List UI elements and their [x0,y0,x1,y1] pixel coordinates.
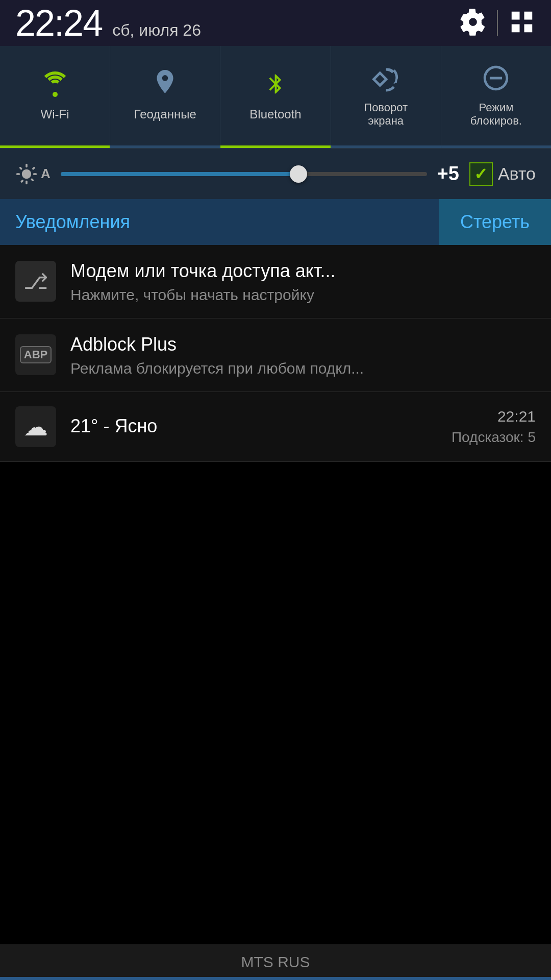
bottom-bar: MTS RUS [0,944,551,980]
wifi-bar [0,145,110,148]
notif-title-weather: 21° - Ясно [70,414,452,438]
bluetooth-icon [258,66,293,102]
notifications-title-area: Уведомления [0,199,439,245]
brightness-row: A +5 ✓ Авто [0,148,551,199]
wifi-icon [37,66,73,102]
brightness-track [61,172,427,176]
notifications-title: Уведомления [15,211,130,233]
notif-content-usb: Модем или точка доступа акт... Нажмите, … [70,259,536,304]
bluetooth-label: Bluetooth [249,107,301,122]
bottom-indicator [0,977,551,980]
notif-count-weather: Подсказок: 5 [452,429,536,446]
notif-content-adblock: Adblock Plus Реклама блокируется при люб… [70,333,536,377]
auto-brightness-toggle[interactable]: ✓ Авто [469,162,536,186]
grid-icon[interactable] [508,8,536,38]
notification-adblock[interactable]: ABP Adblock Plus Реклама блокируется при… [0,318,551,392]
checkmark-icon: ✓ [474,164,488,184]
date: сб, июля 26 [112,21,201,40]
carrier-name: MTS RUS [241,953,310,971]
brightness-thumb[interactable] [290,165,307,183]
qs-tile-blockmode[interactable]: Режим блокиров. [441,46,551,148]
clear-notifications-button[interactable]: Стереть [439,199,551,245]
usb-icon-wrap: ⎇ [15,261,56,302]
blockmode-bar [441,145,551,148]
status-right [459,8,536,38]
notifications-list: ⎇ Модем или точка доступа акт... Нажмите… [0,245,551,462]
usb-icon: ⎇ [23,269,48,294]
bluetooth-bar [220,145,330,148]
rotate-label: Поворот экрана [364,101,408,128]
rotate-icon [368,60,404,96]
blockmode-icon [478,60,514,96]
divider1 [497,10,498,36]
qs-tile-wifi[interactable]: Wi-Fi [0,46,110,148]
abp-icon: ABP [20,346,52,363]
qs-tile-bluetooth[interactable]: Bluetooth [220,46,331,148]
location-icon [147,66,183,102]
notif-subtitle-usb: Нажмите, чтобы начать настройку [70,286,536,304]
notif-title-adblock: Adblock Plus [70,333,536,357]
status-bar: 22:24 сб, июля 26 [0,0,551,46]
blockmode-label: Режим блокиров. [470,101,522,128]
notif-time-weather: 22:21 [497,408,536,425]
clock: 22:24 [15,2,102,44]
brightness-slider[interactable] [61,172,427,176]
qs-tile-geodata[interactable]: Геоданные [110,46,220,148]
brightness-fill [61,172,299,176]
notification-weather[interactable]: ☁ 21° - Ясно 22:21 Подсказок: 5 [0,392,551,462]
geodata-bar [110,145,220,148]
notif-content-weather: 21° - Ясно [70,414,452,438]
geodata-label: Геоданные [134,107,196,122]
cloud-icon: ☁ [23,412,48,441]
qs-tile-rotate[interactable]: Поворот экрана [331,46,441,148]
settings-icon[interactable] [459,8,487,38]
abp-icon-wrap: ABP [15,334,56,375]
quick-settings-panel: Wi-Fi Геоданные Bluetooth Поворот экрана [0,46,551,148]
notif-meta-weather: 22:21 Подсказок: 5 [452,408,536,446]
cloud-icon-wrap: ☁ [15,406,56,447]
notif-title-usb: Модем или точка доступа акт... [70,259,536,283]
wifi-label: Wi-Fi [41,107,69,122]
notification-usb-tether[interactable]: ⎇ Модем или точка доступа акт... Нажмите… [0,245,551,318]
rotate-bar [331,145,441,148]
brightness-value: +5 [437,163,459,185]
checkbox-box[interactable]: ✓ [469,162,493,186]
notification-header: Уведомления Стереть [0,199,551,245]
clear-label: Стереть [460,211,530,233]
brightness-icon: A [15,163,51,185]
auto-label: Авто [498,164,536,184]
notif-subtitle-adblock: Реклама блокируется при любом подкл... [70,360,536,377]
status-left: 22:24 сб, июля 26 [15,2,201,44]
